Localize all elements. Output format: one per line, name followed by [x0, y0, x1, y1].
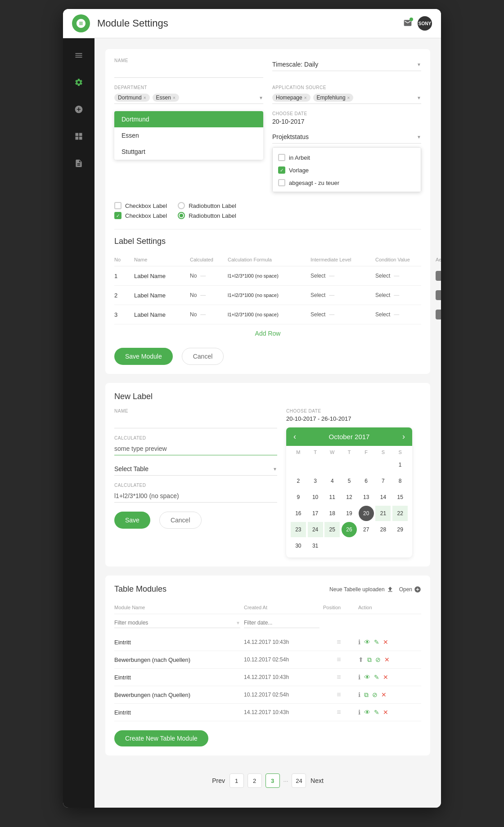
- row3-condition[interactable]: Select—: [375, 311, 434, 318]
- info-icon[interactable]: ℹ: [358, 709, 360, 716]
- row1-calculated[interactable]: No—: [190, 273, 226, 279]
- select-table-dropdown[interactable]: Select Table ▼: [114, 463, 277, 476]
- calendar-next[interactable]: ›: [402, 432, 405, 441]
- edit-icon[interactable]: ✎: [374, 638, 379, 646]
- cal-day[interactable]: 2: [291, 473, 306, 489]
- edit-icon[interactable]: ✎: [374, 709, 379, 716]
- delete-icon[interactable]: ✕: [383, 674, 388, 681]
- page-btn-1[interactable]: 1: [230, 773, 244, 788]
- next-btn[interactable]: Next: [310, 773, 324, 788]
- sidebar-item-document[interactable]: [71, 155, 87, 171]
- module-drag-handle[interactable]: ≡: [323, 708, 355, 716]
- create-table-module-btn[interactable]: Create New Table Module: [114, 730, 208, 746]
- cal-day[interactable]: 12: [342, 490, 357, 505]
- row1-level[interactable]: Select—: [310, 273, 374, 279]
- cal-day[interactable]: 4: [324, 473, 340, 489]
- edit-icon[interactable]: ⊘: [372, 691, 378, 698]
- sidebar-item-settings[interactable]: [71, 74, 87, 90]
- cal-day[interactable]: 29: [392, 522, 408, 537]
- info-icon[interactable]: ⬆: [358, 656, 364, 663]
- source-tag-homepage-remove[interactable]: ×: [304, 95, 307, 100]
- add-row-btn[interactable]: Add Row: [114, 324, 421, 342]
- row2-choose-btn[interactable]: Choose...: [436, 290, 441, 300]
- cal-day[interactable]: 26: [342, 522, 357, 537]
- module-drag-handle[interactable]: ≡: [323, 673, 355, 681]
- dept-option-dortmund[interactable]: Dortmund: [114, 111, 263, 127]
- projektstatus-dropdown[interactable]: Projektstatus ▼: [272, 130, 421, 144]
- dept-tag-dortmund[interactable]: Dortmund×: [114, 94, 150, 102]
- view-icon[interactable]: ⧉: [367, 656, 372, 664]
- row3-choose-btn[interactable]: Choose...: [436, 310, 441, 319]
- status-item-3[interactable]: abgesagt - kein Budget: [273, 189, 421, 192]
- cal-day[interactable]: [324, 457, 340, 472]
- cal-day[interactable]: 7: [375, 473, 391, 489]
- prev-btn[interactable]: Prev: [212, 773, 226, 788]
- cal-day[interactable]: 14: [375, 490, 391, 505]
- cal-day[interactable]: [324, 538, 340, 553]
- dept-tag-dortmund-remove[interactable]: ×: [144, 95, 146, 100]
- row2-level[interactable]: Select—: [310, 292, 374, 298]
- cal-day[interactable]: [308, 457, 323, 472]
- edit-icon[interactable]: ✎: [374, 674, 379, 681]
- cal-day[interactable]: [375, 457, 391, 472]
- radio-0[interactable]: [178, 202, 185, 209]
- cal-day[interactable]: 23: [291, 522, 306, 537]
- dept-tag-essen-remove[interactable]: ×: [173, 95, 176, 100]
- row2-condition[interactable]: Select—: [375, 292, 434, 298]
- save-module-btn[interactable]: Save Module: [114, 348, 173, 365]
- cal-day[interactable]: 27: [359, 522, 374, 537]
- dept-option-essen[interactable]: Essen: [114, 127, 263, 144]
- row1-condition[interactable]: Select—: [375, 273, 434, 279]
- cal-day[interactable]: 31: [308, 538, 323, 553]
- cal-day[interactable]: 17: [308, 506, 323, 521]
- filter-date-input[interactable]: [244, 618, 320, 628]
- status-checkbox-1[interactable]: [278, 166, 285, 174]
- cal-day[interactable]: [392, 538, 408, 553]
- cal-day[interactable]: 15: [392, 490, 408, 505]
- filter-modules-input[interactable]: [114, 618, 234, 628]
- info-icon[interactable]: ℹ: [358, 691, 360, 698]
- cancel-module-btn[interactable]: Cancel: [182, 348, 224, 365]
- view-icon[interactable]: ⧉: [364, 691, 369, 699]
- cal-day[interactable]: 25: [324, 522, 340, 537]
- app-source-tags[interactable]: Homepage× Empfehlung× ▼: [272, 92, 421, 104]
- module-drag-handle[interactable]: ≡: [323, 638, 355, 646]
- source-tag-empfehlung-remove[interactable]: ×: [347, 95, 350, 100]
- cal-day[interactable]: 30: [291, 538, 306, 553]
- source-tag-homepage[interactable]: Homepage×: [272, 94, 310, 102]
- cal-day[interactable]: 10: [308, 490, 323, 505]
- edit-icon[interactable]: ⊘: [375, 656, 381, 663]
- status-item-1[interactable]: Vorlage: [273, 164, 421, 176]
- name-input[interactable]: [114, 65, 263, 78]
- status-checkbox-2[interactable]: [278, 179, 285, 186]
- cal-day[interactable]: 21: [375, 506, 391, 521]
- dept-option-stuttgart[interactable]: Stuttgart: [114, 144, 263, 160]
- cal-day[interactable]: 19: [342, 506, 357, 521]
- cal-day[interactable]: 16: [291, 506, 306, 521]
- module-drag-handle[interactable]: ≡: [323, 656, 355, 664]
- cal-day[interactable]: 28: [375, 522, 391, 537]
- cal-day[interactable]: [342, 457, 357, 472]
- checkbox-0[interactable]: [114, 202, 122, 209]
- delete-icon[interactable]: ✕: [384, 656, 390, 663]
- cal-day[interactable]: 22: [392, 506, 408, 521]
- status-item-0[interactable]: in Arbeit: [273, 151, 421, 164]
- notification-icon[interactable]: [403, 18, 412, 29]
- cal-day[interactable]: 1: [392, 457, 408, 472]
- page-btn-3[interactable]: 3: [266, 773, 280, 788]
- upload-table-btn[interactable]: Neue Tabelle uploaden: [329, 586, 394, 593]
- row2-calculated[interactable]: No—: [190, 292, 226, 298]
- status-checkbox-3[interactable]: [278, 192, 285, 192]
- info-icon[interactable]: ℹ: [358, 638, 360, 646]
- view-icon[interactable]: 👁: [364, 674, 370, 681]
- delete-icon[interactable]: ✕: [381, 691, 387, 698]
- status-checkbox-0[interactable]: [278, 154, 285, 161]
- cal-day[interactable]: 9: [291, 490, 306, 505]
- cancel-label-btn[interactable]: Cancel: [159, 512, 202, 529]
- new-label-name-input[interactable]: [114, 415, 277, 428]
- page-btn-2[interactable]: 2: [248, 773, 262, 788]
- timescale-dropdown[interactable]: Timescale: Daily ▼: [272, 58, 421, 71]
- cal-day[interactable]: 3: [308, 473, 323, 489]
- module-drag-handle[interactable]: ≡: [323, 691, 355, 699]
- cal-day[interactable]: 11: [324, 490, 340, 505]
